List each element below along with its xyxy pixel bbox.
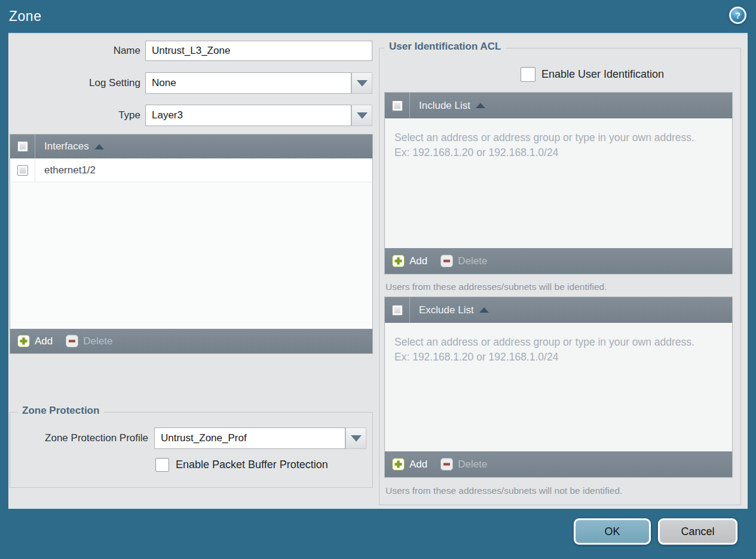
zone-protection-profile-combo[interactable]: Untrust_Zone_Prof	[154, 427, 345, 449]
interfaces-table-body: ethernet1/2	[10, 158, 372, 329]
zone-protection-profile-dropdown-arrow-icon[interactable]	[345, 427, 366, 449]
log-setting-combo[interactable]: None	[145, 72, 351, 94]
exclude-list-body[interactable]: Select an address or address group or ty…	[385, 323, 732, 451]
plus-icon	[392, 255, 405, 267]
include-list-body[interactable]: Select an address or address group or ty…	[385, 118, 732, 248]
exclude-add-label: Add	[409, 459, 427, 471]
exclude-list-placeholder: Select an address or address group or ty…	[394, 335, 710, 365]
exclude-delete-button[interactable]: Delete	[440, 458, 487, 471]
dialog-title: Zone	[9, 0, 41, 32]
interfaces-table: Interfaces ethernet1/2 Add	[10, 134, 373, 354]
include-list-placeholder: Select an address or address group or ty…	[394, 130, 710, 160]
include-list-helper: Users from these addresses/subnets will …	[385, 282, 607, 292]
name-input[interactable]	[145, 41, 372, 61]
plus-icon	[392, 458, 405, 471]
ok-button[interactable]: OK	[574, 518, 651, 545]
zone-dialog: { "title_bar": { "title": "Zone" }, "ico…	[0, 0, 756, 559]
type-label: Type	[8, 105, 145, 126]
interface-row[interactable]: ethernet1/2	[10, 158, 372, 182]
exclude-select-all-cell	[385, 297, 410, 323]
include-column-header[interactable]: Include List	[410, 100, 485, 112]
name-label: Name	[8, 41, 145, 61]
chevron-down-icon	[357, 80, 368, 87]
help-icon[interactable]: ?	[729, 7, 746, 24]
exclude-list-header: Exclude List	[385, 297, 732, 323]
sort-ascending-icon	[479, 307, 489, 313]
interfaces-delete-label: Delete	[83, 335, 112, 347]
interfaces-select-all-checkbox[interactable]	[17, 141, 28, 152]
dialog-title-bar: Zone ?	[0, 0, 756, 33]
interfaces-column-title: Interfaces	[44, 140, 89, 152]
include-column-title: Include List	[419, 100, 470, 112]
type-dropdown-arrow-icon[interactable]	[351, 105, 372, 126]
chevron-down-icon	[351, 435, 362, 442]
interfaces-table-header: Interfaces	[10, 135, 372, 158]
minus-icon	[440, 458, 453, 471]
zone-protection-profile-label: Zone Protection Profile	[10, 427, 153, 449]
packet-buffer-protection-label: Enable Packet Buffer Protection	[176, 458, 328, 472]
user-identification-legend: User Identification ACL	[384, 41, 506, 53]
plus-icon	[17, 335, 30, 347]
type-combo[interactable]: Layer3	[145, 105, 351, 126]
include-select-all-cell	[385, 93, 410, 118]
zone-protection-fieldset: Zone Protection Zone Protection Profile …	[10, 412, 373, 488]
include-list-table: Include List Select an address or addres…	[384, 92, 733, 274]
help-question-glyph: ?	[735, 10, 740, 20]
interfaces-select-all-cell	[10, 135, 35, 158]
enable-user-identification-checkbox[interactable]	[521, 67, 535, 82]
include-select-all-checkbox[interactable]	[392, 100, 403, 111]
zone-protection-legend: Zone Protection	[17, 405, 104, 417]
include-list-header: Include List	[385, 93, 732, 118]
log-setting-label: Log Setting	[8, 72, 145, 94]
minus-icon	[66, 335, 78, 347]
sort-ascending-icon	[476, 103, 485, 108]
interface-row-checkbox-cell	[10, 158, 35, 182]
log-setting-dropdown-arrow-icon[interactable]	[351, 72, 372, 94]
interfaces-delete-button[interactable]: Delete	[66, 335, 112, 347]
interfaces-add-label: Add	[35, 335, 53, 347]
exclude-select-all-checkbox[interactable]	[392, 305, 403, 316]
interface-row-checkbox[interactable]	[17, 165, 28, 176]
interfaces-column-header[interactable]: Interfaces	[35, 140, 104, 152]
sort-ascending-icon	[94, 144, 104, 149]
packet-buffer-protection-checkbox[interactable]	[155, 458, 169, 472]
enable-user-identification-label: Enable User Identification	[541, 67, 664, 82]
include-add-label: Add	[409, 255, 427, 267]
minus-icon	[440, 255, 453, 267]
include-delete-label: Delete	[458, 255, 487, 267]
exclude-column-header[interactable]: Exclude List	[410, 304, 489, 316]
exclude-delete-label: Delete	[458, 459, 487, 471]
interface-name: ethernet1/2	[35, 164, 96, 176]
include-delete-button[interactable]: Delete	[440, 255, 487, 267]
interfaces-table-toolbar: Add Delete	[10, 329, 372, 353]
include-add-button[interactable]: Add	[392, 255, 427, 267]
exclude-add-button[interactable]: Add	[392, 458, 427, 471]
include-list-toolbar: Add Delete	[385, 248, 732, 274]
exclude-column-title: Exclude List	[419, 304, 474, 316]
exclude-list-toolbar: Add Delete	[385, 451, 732, 477]
user-identification-fieldset: User Identification ACL Enable User Iden…	[379, 48, 741, 505]
exclude-list-table: Exclude List Select an address or addres…	[384, 297, 733, 478]
interfaces-add-button[interactable]: Add	[17, 335, 53, 347]
chevron-down-icon	[357, 112, 368, 119]
dialog-body-panel: Name Log Setting None Type Layer3 Interf…	[8, 33, 748, 509]
exclude-list-helper: Users from these addresses/subnets will …	[385, 485, 622, 496]
cancel-button[interactable]: Cancel	[658, 518, 737, 545]
